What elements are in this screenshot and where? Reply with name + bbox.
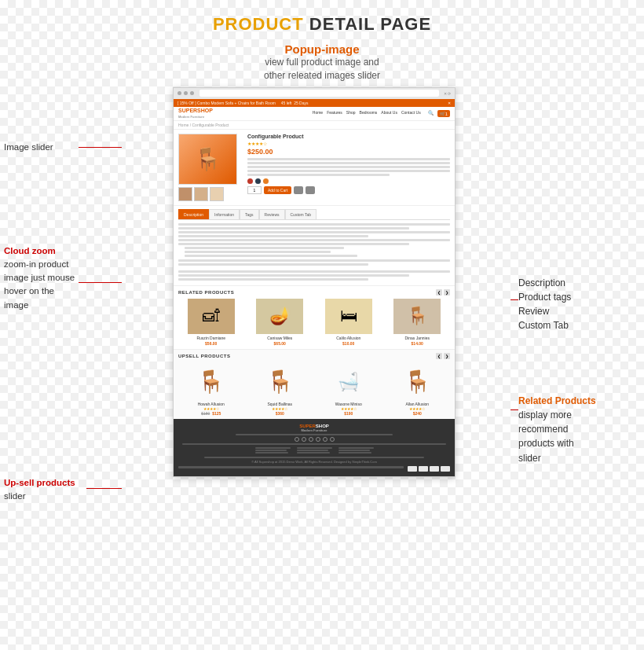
product-price: $250.00 bbox=[247, 148, 450, 156]
tab-custom[interactable]: Custom Tab bbox=[285, 209, 317, 219]
product-name: Configurable Product bbox=[247, 134, 450, 139]
related-product-1-price: $56.00 bbox=[205, 341, 217, 346]
upsell-next-arrow[interactable]: ❯ bbox=[444, 353, 450, 359]
upsell-section-title: UPSELL PRODUCTS bbox=[178, 354, 230, 358]
store-footer: SUPERSHOP Modern Furniture bbox=[174, 419, 455, 476]
social-fb[interactable] bbox=[295, 437, 299, 442]
social-in[interactable] bbox=[323, 437, 327, 442]
social-yt[interactable] bbox=[316, 437, 320, 442]
chair-icon: 🪑 bbox=[194, 146, 221, 172]
desc-tags-annotation: Description Product tags Review Custom T… bbox=[518, 276, 571, 333]
cart-icon[interactable]: 🛒1 bbox=[437, 110, 450, 117]
product-rating: ★★★★☆ bbox=[247, 141, 450, 146]
color-red[interactable] bbox=[247, 178, 253, 184]
related-product-3-name: Calilo Allusion bbox=[336, 336, 360, 340]
related-product-3: 🛏 Calilo Allusion $10.00 bbox=[316, 299, 382, 346]
browser-bar: ✕ ⟳ bbox=[174, 88, 455, 99]
footer-bottom-row bbox=[178, 466, 450, 472]
related-products-section: RELATED PRODUCTS ❮ ❯ 🛋 Ruszin Damiane $5… bbox=[174, 285, 455, 349]
upsell-1-original-price: $180 bbox=[201, 411, 210, 416]
nav-links: Home Features Shop Bedrooms About Us Con… bbox=[313, 110, 450, 117]
browser-url-bar[interactable] bbox=[199, 90, 439, 97]
add-to-cart-row: 1 Add to Cart bbox=[247, 186, 450, 194]
related-product-1: 🛋 Ruszin Damiane $56.00 bbox=[178, 299, 244, 346]
upsell-2-image[interactable]: 🪑 bbox=[256, 362, 303, 402]
upsell-product-4: 🪑 Allan Allusion ★★★★☆ $240 bbox=[385, 362, 451, 416]
related-product-4-image[interactable]: 🪑 bbox=[393, 299, 441, 334]
color-dark[interactable] bbox=[255, 178, 261, 184]
browser-icons: ✕ ⟳ bbox=[444, 91, 451, 96]
payment-4 bbox=[441, 466, 450, 472]
search-icon[interactable]: 🔍 bbox=[428, 110, 434, 117]
tab-reviews[interactable]: Reviews bbox=[259, 209, 285, 219]
upsell-product-2: 🪑 Squid Ballinas ★★★★☆ $360 bbox=[247, 362, 313, 416]
upsell-1-image[interactable]: 🪑 bbox=[188, 362, 235, 402]
payment-1 bbox=[408, 466, 417, 472]
footer-logo: SUPERSHOP Modern Furniture bbox=[178, 424, 450, 432]
related-product-4: 🪑 Dinas Jannies $14.00 bbox=[385, 299, 451, 346]
browser-dot-1 bbox=[177, 91, 181, 95]
upsell-products-row: 🪑 Howah Allusion ★★★★☆ $180 $125 🪑 bbox=[178, 362, 450, 416]
related-annotation: Related Products display more recommend … bbox=[518, 394, 596, 465]
wishlist-button[interactable] bbox=[294, 186, 303, 194]
footer-social-links bbox=[178, 437, 450, 442]
related-title-bar: RELATED PRODUCTS ❮ ❯ bbox=[178, 289, 450, 296]
color-orange[interactable] bbox=[263, 178, 269, 184]
payment-icons bbox=[408, 466, 450, 472]
tab-description[interactable]: Description bbox=[178, 209, 209, 219]
product-thumbnails bbox=[178, 187, 241, 201]
image-slider-label: Image slider bbox=[4, 141, 53, 154]
upsell-title-bar: UPSELL PRODUCTS ❮ ❯ bbox=[178, 353, 450, 359]
related-prev-arrow[interactable]: ❮ bbox=[436, 289, 442, 296]
tab-tags[interactable]: Tags bbox=[240, 209, 259, 219]
upsell-4-sale-price: $240 bbox=[413, 411, 422, 416]
image-slider-arrow bbox=[79, 147, 122, 148]
upsell-product-3: 🛁 Wasone Miniso ★★★★☆ $190 bbox=[316, 362, 382, 416]
cloud-zoom-annotation: Cloud zoom zoom-in product image just mo… bbox=[4, 244, 75, 312]
thumb-3[interactable] bbox=[210, 187, 224, 201]
payment-2 bbox=[419, 466, 428, 472]
product-section: 🪑 Configurable Product ★★★★☆ $250.00 bbox=[174, 130, 455, 205]
related-arrow bbox=[510, 409, 518, 410]
related-product-2-name: Canisaw Miles bbox=[267, 336, 292, 340]
quantity-input[interactable]: 1 bbox=[247, 186, 262, 194]
related-product-3-image[interactable]: 🛏 bbox=[325, 299, 372, 334]
upsell-annotation: Up-sell products slider bbox=[4, 476, 75, 504]
related-next-arrow[interactable]: ❯ bbox=[444, 289, 450, 296]
store-promo-bar: [ 15% Off ] Combo Modern Sofa + Chairs f… bbox=[174, 99, 455, 107]
thumb-1[interactable] bbox=[178, 187, 192, 201]
upsell-4-image[interactable]: 🪑 bbox=[393, 362, 441, 402]
upsell-1-sale-price: $125 bbox=[212, 411, 221, 416]
cloud-zoom-arrow bbox=[79, 282, 122, 283]
related-product-1-name: Ruszin Damiane bbox=[196, 336, 225, 340]
upsell-arrow bbox=[86, 488, 122, 489]
footer-columns bbox=[178, 446, 450, 454]
upsell-prev-arrow[interactable]: ❮ bbox=[436, 353, 442, 359]
product-main-image[interactable]: 🪑 bbox=[178, 134, 237, 185]
upsell-2-sale-price: $360 bbox=[276, 411, 284, 416]
browser-dot-3 bbox=[190, 91, 194, 95]
add-to-cart-button[interactable]: Add to Cart bbox=[264, 186, 291, 194]
page-title-area: PRODUCT DETAIL PAGE bbox=[0, 0, 644, 42]
social-gp[interactable] bbox=[309, 437, 313, 442]
social-pin[interactable] bbox=[330, 437, 335, 442]
related-product-2-price: $65.00 bbox=[274, 341, 286, 346]
tab-information[interactable]: Information bbox=[209, 209, 240, 219]
related-product-2-image[interactable]: 🪔 bbox=[256, 299, 303, 334]
upsell-product-1: 🪑 Howah Allusion ★★★★☆ $180 $125 bbox=[178, 362, 244, 416]
image-slider-annotation: Image slider bbox=[4, 141, 53, 154]
related-products-row: 🛋 Ruszin Damiane $56.00 🪔 Canisaw Miles … bbox=[178, 299, 450, 346]
desc-arrow bbox=[510, 299, 518, 300]
related-product-4-name: Dinas Jannies bbox=[405, 336, 430, 340]
thumb-2[interactable] bbox=[194, 187, 208, 201]
related-section-title: RELATED PRODUCTS bbox=[178, 290, 234, 295]
upsell-3-image[interactable]: 🛁 bbox=[325, 362, 372, 402]
upsell-section: UPSELL PRODUCTS ❮ ❯ 🪑 Howah Allusion ★★★… bbox=[174, 349, 455, 419]
store-navbar: SUPERSHOP Modern Furniture Home Features… bbox=[174, 107, 455, 121]
browser-dot-2 bbox=[184, 91, 188, 95]
color-swatches bbox=[247, 178, 450, 184]
compare-button[interactable] bbox=[306, 186, 315, 194]
social-tw[interactable] bbox=[302, 437, 306, 442]
related-product-1-image[interactable]: 🛋 bbox=[188, 299, 235, 334]
tabs-row: Description Information Tags Reviews Cus… bbox=[178, 209, 450, 220]
